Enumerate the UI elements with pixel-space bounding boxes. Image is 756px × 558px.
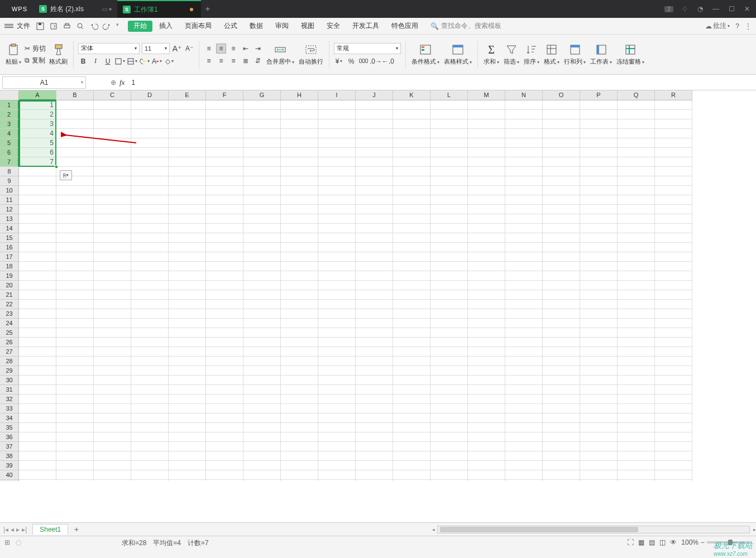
cell[interactable] [543, 224, 580, 233]
cell[interactable] [131, 252, 169, 262]
cell[interactable] [56, 423, 94, 432]
cell[interactable] [580, 100, 618, 110]
cell[interactable] [580, 338, 618, 347]
cell-A2[interactable]: 2 [19, 110, 56, 119]
cell[interactable] [94, 385, 131, 395]
cell[interactable] [56, 300, 94, 309]
cell[interactable] [243, 281, 281, 290]
cell[interactable] [243, 195, 281, 205]
cell[interactable] [468, 366, 505, 376]
cell[interactable] [430, 205, 468, 214]
cell[interactable] [206, 119, 243, 129]
cell[interactable] [206, 110, 243, 119]
cell[interactable] [131, 366, 169, 376]
cell[interactable] [94, 366, 131, 376]
cell[interactable] [618, 328, 655, 338]
cell[interactable] [206, 347, 243, 357]
cell[interactable] [580, 290, 618, 300]
cell[interactable] [430, 300, 468, 309]
cell[interactable] [281, 385, 318, 395]
cell[interactable] [468, 432, 505, 442]
cell[interactable] [318, 366, 356, 376]
notification-badge[interactable]: 2 [664, 6, 673, 12]
hamburger-icon[interactable] [4, 24, 13, 28]
cell[interactable] [206, 186, 243, 195]
cell[interactable] [169, 404, 206, 413]
cell[interactable] [94, 319, 131, 328]
cell[interactable] [243, 110, 281, 119]
cell[interactable] [19, 176, 56, 186]
cell[interactable] [505, 262, 543, 271]
cell[interactable] [505, 281, 543, 290]
cell[interactable] [655, 176, 692, 186]
cell[interactable] [281, 328, 318, 338]
row-header-21[interactable]: 21 [0, 290, 19, 300]
cell[interactable] [281, 480, 318, 481]
cell[interactable] [505, 442, 543, 451]
cell[interactable] [56, 262, 94, 271]
cell[interactable] [243, 271, 281, 281]
cell[interactable] [356, 395, 393, 404]
cell[interactable] [56, 413, 94, 423]
align-left-button[interactable]: ≡ [204, 56, 214, 66]
cell[interactable] [655, 195, 692, 205]
cell[interactable] [580, 423, 618, 432]
cell[interactable] [94, 357, 131, 366]
cell[interactable] [655, 357, 692, 366]
cell[interactable] [655, 347, 692, 357]
cell[interactable] [580, 347, 618, 357]
cell[interactable] [318, 300, 356, 309]
cell[interactable] [206, 167, 243, 176]
minimize-button[interactable]: — [711, 5, 720, 13]
cell[interactable] [19, 243, 56, 252]
name-box[interactable]: A1 [2, 76, 86, 89]
cell[interactable] [94, 328, 131, 338]
row-header-27[interactable]: 27 [0, 347, 19, 357]
format-painter-button[interactable]: 格式刷 [48, 43, 69, 66]
cell[interactable] [618, 176, 655, 186]
cell-A7[interactable]: 7 [19, 157, 56, 167]
cell[interactable] [505, 451, 543, 461]
select-all-corner[interactable] [0, 90, 19, 100]
cell[interactable] [468, 167, 505, 176]
cell[interactable] [655, 319, 692, 328]
cell[interactable] [393, 442, 430, 451]
cell[interactable] [94, 309, 131, 319]
cell[interactable] [655, 328, 692, 338]
cell[interactable] [468, 138, 505, 148]
indent-decrease-button[interactable]: ⇤ [241, 44, 251, 54]
cell[interactable] [580, 328, 618, 338]
bold-button[interactable]: B [78, 56, 88, 66]
row-header-9[interactable]: 9 [0, 176, 19, 186]
cell[interactable] [243, 461, 281, 470]
cell[interactable] [543, 138, 580, 148]
wrap-text-button[interactable]: 自动换行 [298, 43, 324, 66]
cell[interactable] [131, 451, 169, 461]
cell[interactable] [243, 138, 281, 148]
cell[interactable] [19, 195, 56, 205]
cell[interactable] [468, 129, 505, 138]
cell[interactable] [56, 281, 94, 290]
cell[interactable] [430, 176, 468, 186]
cell[interactable] [543, 376, 580, 385]
cell[interactable] [580, 451, 618, 461]
row-header-1[interactable]: 1 [0, 100, 19, 110]
cell[interactable] [618, 233, 655, 243]
cell[interactable] [543, 214, 580, 224]
cell[interactable] [206, 470, 243, 480]
cell[interactable] [169, 262, 206, 271]
cell[interactable] [393, 328, 430, 338]
cell[interactable] [393, 262, 430, 271]
cell[interactable] [655, 233, 692, 243]
comma-button[interactable]: 000 [358, 56, 369, 66]
cell[interactable] [543, 328, 580, 338]
cell[interactable] [131, 224, 169, 233]
sum-button[interactable]: Σ求和 [482, 44, 500, 66]
cell[interactable] [318, 461, 356, 470]
cell[interactable] [281, 404, 318, 413]
cell[interactable] [318, 357, 356, 366]
cell[interactable] [243, 451, 281, 461]
cell[interactable] [243, 357, 281, 366]
cell[interactable] [543, 100, 580, 110]
cell[interactable] [56, 404, 94, 413]
